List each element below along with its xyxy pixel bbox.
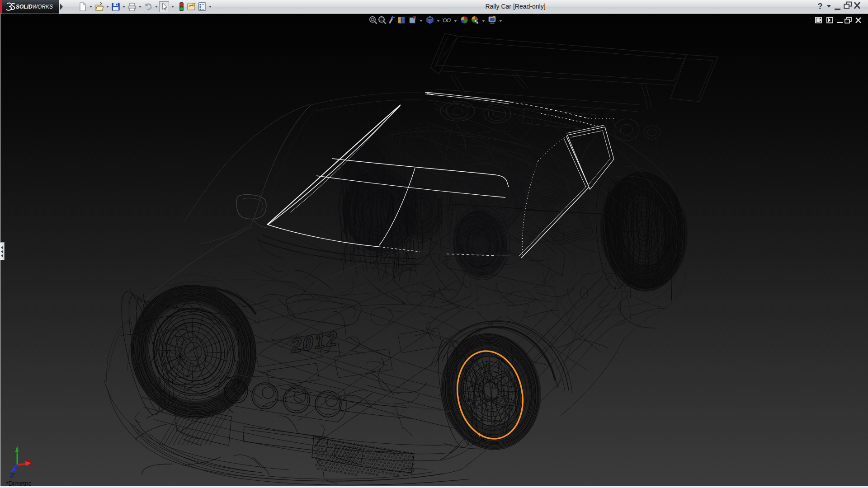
svg-text:2012: 2012 bbox=[290, 326, 340, 358]
svg-text:?: ? bbox=[818, 2, 823, 11]
